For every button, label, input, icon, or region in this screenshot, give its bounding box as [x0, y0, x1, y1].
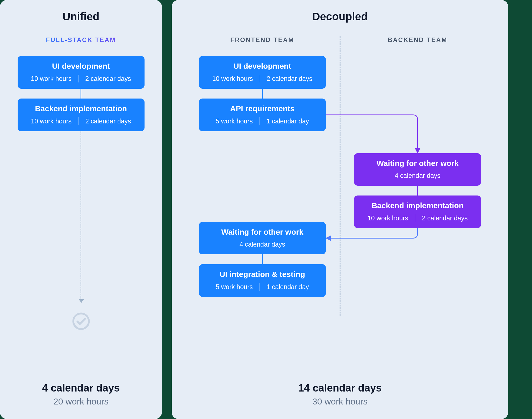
decoupled-total-hours: 30 work hours: [185, 396, 495, 407]
card-meta: 4 calendar days: [358, 172, 477, 179]
work-hours: 10 work hours: [31, 117, 71, 125]
calendar-days: 2 calendar days: [422, 214, 468, 222]
calendar-days: 2 calendar days: [267, 75, 313, 82]
work-hours: 5 work hours: [216, 283, 253, 291]
card-meta: 10 work hours 2 calendar days: [203, 75, 322, 82]
connector-line-icon: [417, 186, 418, 195]
backend-team-label: BACKEND TEAM: [388, 36, 448, 44]
unified-total-hours: 20 work hours: [13, 396, 149, 407]
frontend-team-label: FRONTEND TEAM: [230, 36, 294, 44]
frontend-column: FRONTEND TEAM UI development 10 work hou…: [185, 36, 340, 360]
decoupled-title: Decoupled: [185, 10, 495, 23]
connector-line-icon: [262, 89, 263, 99]
unified-column: UI development 10 work hours 2 calendar …: [13, 56, 149, 373]
card-meta: 10 work hours 2 calendar days: [22, 75, 140, 82]
fe-step-integration: UI integration & testing 5 work hours 1 …: [199, 264, 326, 297]
svg-point-0: [73, 313, 89, 329]
calendar-days: 4 calendar days: [395, 172, 441, 179]
calendar-days: 2 calendar days: [85, 117, 131, 125]
card-title: UI development: [203, 62, 322, 71]
card-title: Backend implementation: [22, 104, 140, 113]
work-hours: 10 work hours: [212, 75, 253, 82]
card-title: Waiting for other work: [203, 228, 322, 236]
check-circle-icon: [71, 312, 91, 331]
card-title: UI development: [22, 62, 140, 71]
dashed-arrow-down-icon: [81, 131, 81, 302]
unified-step-ui-dev: UI development 10 work hours 2 calendar …: [18, 56, 145, 89]
unified-title: Unified: [13, 10, 149, 23]
card-meta: 10 work hours 2 calendar days: [22, 117, 140, 125]
divider-icon: [185, 373, 495, 373]
fe-step-api-req: API requirements 5 work hours 1 calendar…: [199, 99, 326, 131]
fe-step-ui-dev: UI development 10 work hours 2 calendar …: [199, 56, 326, 89]
calendar-days: 1 calendar day: [267, 283, 309, 291]
diagram-stage: Unified FULL-STACK TEAM UI development 1…: [0, 0, 532, 419]
be-step-waiting: Waiting for other work 4 calendar days: [354, 153, 481, 186]
card-meta: 5 work hours 1 calendar day: [203, 283, 322, 291]
card-meta: 5 work hours 1 calendar day: [203, 117, 322, 125]
meta-separator-icon: [78, 117, 78, 125]
work-hours: 10 work hours: [368, 214, 408, 222]
decoupled-totals: 14 calendar days 30 work hours: [185, 373, 495, 407]
connector-line-icon: [81, 89, 81, 99]
unified-step-backend-impl: Backend implementation 10 work hours 2 c…: [18, 99, 145, 131]
calendar-days: 4 calendar days: [239, 241, 285, 248]
card-meta: 10 work hours 2 calendar days: [358, 214, 477, 222]
card-title: Waiting for other work: [358, 159, 477, 168]
unified-total-days: 4 calendar days: [13, 382, 149, 394]
decoupled-columns: FRONTEND TEAM UI development 10 work hou…: [185, 36, 495, 360]
decoupled-total-days: 14 calendar days: [185, 382, 495, 394]
meta-separator-icon: [260, 283, 260, 291]
card-title: API requirements: [203, 104, 322, 113]
fullstack-team-label: FULL-STACK TEAM: [13, 36, 149, 44]
unified-totals: 4 calendar days 20 work hours: [13, 373, 149, 407]
be-step-implementation: Backend implementation 10 work hours 2 c…: [354, 195, 481, 228]
meta-separator-icon: [260, 117, 260, 125]
connector-line-icon: [262, 254, 263, 264]
card-title: UI integration & testing: [203, 270, 322, 279]
work-hours: 5 work hours: [216, 117, 253, 125]
meta-separator-icon: [78, 75, 78, 82]
calendar-days: 2 calendar days: [85, 75, 131, 82]
card-title: Backend implementation: [358, 201, 477, 210]
meta-separator-icon: [260, 75, 260, 82]
decoupled-panel: Decoupled FRONTEND TEAM UI development 1…: [172, 0, 508, 419]
backend-column: BACKEND TEAM Waiting for other work 4 ca…: [340, 36, 495, 360]
unified-panel: Unified FULL-STACK TEAM UI development 1…: [0, 0, 162, 419]
card-meta: 4 calendar days: [203, 241, 322, 248]
meta-separator-icon: [415, 214, 415, 222]
fe-step-waiting: Waiting for other work 4 calendar days: [199, 222, 326, 254]
divider-icon: [13, 373, 149, 373]
work-hours: 10 work hours: [31, 75, 71, 82]
calendar-days: 1 calendar day: [267, 117, 309, 125]
